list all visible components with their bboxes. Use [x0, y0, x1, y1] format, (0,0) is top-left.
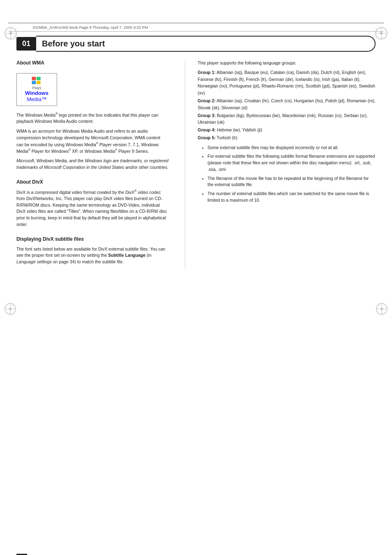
svg-rect-24: [32, 77, 36, 80]
group-1-label: Group 1:: [198, 70, 216, 75]
group-5-text: Turkish (tr): [216, 135, 238, 140]
group-5-label: Group 5:: [198, 135, 216, 140]
group-4-label: Group 4:: [198, 127, 216, 132]
wma-media-text: Media™: [27, 96, 46, 102]
meta-text: DV585K_KARAOKE.book Page 8 Thursday, Apr…: [33, 25, 148, 30]
lang-group-3: Group 3: Bulgarian (bg), Byelorussian (b…: [198, 112, 376, 126]
group-2-label: Group 2:: [198, 98, 216, 103]
displaying-divx-title: Displaying DivX subtitle files: [16, 236, 168, 242]
bullet-item-4: The number of external subtitle files wh…: [208, 191, 376, 204]
lang-group-5: Group 5: Turkish (tr): [198, 134, 376, 141]
lang-group-4: Group 4: Hebrew (iw), Yiddish (ji): [198, 127, 376, 134]
wma-para1: The Windows Media® logo printed on the b…: [16, 112, 168, 125]
group-3-text: Bulgarian (bg), Byelorussian (be), Maced…: [198, 113, 368, 125]
lang-intro: This player supports the following langu…: [198, 60, 376, 67]
corner-decoration-tr: [374, 26, 389, 41]
windows-butterfly-icon: [32, 77, 42, 84]
svg-point-7: [380, 32, 383, 35]
svg-rect-27: [37, 81, 41, 84]
divx-subtitle-para: The font sets listed below are available…: [16, 246, 168, 265]
about-wma-title: About WMA: [16, 60, 168, 66]
left-column: About WMA Plays Windows Media™ The Windo…: [16, 60, 173, 269]
bullet-item-3: The filename of the movie file has to be…: [208, 175, 376, 189]
lang-group-2: Group 2: Albanian (sq), Croatian (hr), C…: [198, 97, 376, 111]
bullet-item-1: Some external subtitle files may be disp…: [208, 145, 376, 151]
group-3-label: Group 3:: [198, 113, 216, 118]
mid-left-decoration: [3, 302, 17, 317]
wma-para3: Microsoft, Windows Media, and the Window…: [16, 158, 168, 171]
mid-right-decoration: [375, 302, 389, 317]
column-divider: [185, 60, 185, 269]
corner-decoration-tl: [3, 26, 18, 41]
content-area: About WMA Plays Windows Media™ The Windo…: [16, 60, 376, 269]
wma-logo-icon: [32, 77, 42, 84]
group-1-text: Albanian (sq), Basque (eu), Catalan (ca)…: [198, 70, 375, 95]
svg-point-23: [380, 308, 383, 310]
svg-point-3: [9, 32, 12, 35]
svg-point-19: [9, 308, 12, 310]
about-divx-title: About DivX: [16, 179, 168, 185]
wma-para2: WMA is an acronym for Windows Media Audi…: [16, 128, 168, 154]
lang-group-1: Group 1: Albanian (sq), Basque (eu), Cat…: [198, 69, 376, 97]
subtitle-bullet-list: Some external subtitle files may be disp…: [202, 145, 376, 204]
divx-para1: DivX is a compressed digital video forma…: [16, 189, 168, 228]
meta-bar: DV585K_KARAOKE.book Page 8 Thursday, Apr…: [8, 23, 384, 32]
bullet-item-2: For external subtitle files the followin…: [208, 153, 376, 173]
group-2-text: Albanian (sq), Croatian (hr), Czech (cs)…: [198, 98, 376, 110]
svg-rect-26: [32, 81, 36, 84]
chapter-title: Before you start: [36, 36, 376, 52]
chapter-header: 01 Before you start: [16, 36, 376, 52]
wma-logo-box: Plays Windows Media™: [16, 73, 57, 106]
group-4-text: Hebrew (iw), Yiddish (ji): [216, 127, 262, 132]
wma-windows-text: Windows: [25, 90, 48, 96]
chapter-number: 01: [16, 37, 36, 51]
wma-plays-text: Plays: [32, 86, 41, 90]
svg-rect-25: [37, 77, 41, 80]
right-column: This player supports the following langu…: [198, 60, 376, 269]
language-groups: Group 1: Albanian (sq), Basque (eu), Cat…: [198, 69, 376, 141]
